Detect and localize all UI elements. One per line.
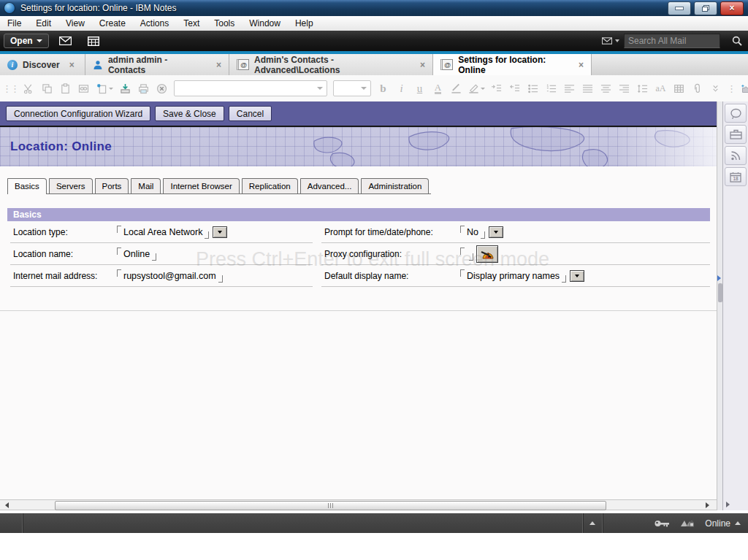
paste-icon[interactable] (56, 79, 75, 98)
doc-tab-internet-browser[interactable]: Internet Browser (163, 178, 239, 193)
doc-tab-replication[interactable]: Replication (242, 178, 298, 193)
numbered-list-icon[interactable] (542, 79, 560, 98)
text-properties-icon[interactable]: aA (652, 79, 670, 98)
sidebar-resize-handle[interactable] (726, 502, 730, 507)
outdent-icon[interactable] (505, 79, 524, 98)
feeds-button[interactable] (725, 146, 747, 165)
display-name-dropdown-button[interactable] (570, 270, 584, 282)
location-name-field[interactable]: Online (117, 248, 156, 261)
person-icon (93, 60, 103, 70)
address-book-icon: @ (237, 59, 249, 70)
toolbox-icon (730, 129, 742, 139)
font-size-select[interactable] (333, 80, 371, 96)
copy-icon[interactable] (38, 79, 56, 98)
align-center-icon[interactable] (597, 79, 615, 98)
prompt-time-date-phone-field[interactable]: No (460, 226, 503, 239)
tab-close-icon[interactable]: × (69, 60, 75, 70)
tab-discover[interactable]: i Discover × (0, 54, 85, 75)
toolbar-drag-handle[interactable]: ⋮⋮ (2, 83, 18, 94)
cancel-button[interactable]: Cancel (229, 106, 272, 121)
bold-icon[interactable]: b (374, 79, 392, 98)
align-right-icon[interactable] (615, 79, 633, 98)
tab-advanced-locations[interactable]: @ Admin's Contacts - Advanced\Locations … (229, 54, 433, 75)
text-color-icon[interactable]: A (429, 79, 447, 98)
menu-help[interactable]: Help (288, 17, 321, 30)
menu-tools[interactable]: Tools (207, 17, 242, 30)
toolbar-drag-handle[interactable]: ⋮ (727, 83, 735, 94)
location-type-dropdown-button[interactable] (213, 226, 227, 238)
font-select[interactable] (174, 80, 327, 96)
calendar-button[interactable] (83, 33, 104, 49)
tab-contacts[interactable]: admin admin - Contacts × (85, 54, 229, 75)
attachment-icon[interactable] (688, 79, 706, 98)
menu-edit[interactable]: Edit (28, 17, 58, 30)
align-left-icon[interactable] (560, 79, 579, 98)
pen-icon[interactable] (447, 79, 465, 98)
cut-icon[interactable] (20, 79, 38, 98)
svg-text:18: 18 (733, 176, 739, 181)
prompt-dropdown-button[interactable] (489, 226, 503, 238)
search-input[interactable] (624, 34, 720, 48)
menu-text[interactable]: Text (176, 17, 207, 30)
scroll-left-button[interactable] (1, 501, 12, 509)
toolbox-button[interactable] (725, 125, 747, 144)
horizontal-scrollbar-thumb[interactable] (55, 501, 606, 510)
stop-icon[interactable] (153, 79, 171, 98)
connection-configuration-wizard-button[interactable]: Connection Configuration Wizard (6, 106, 150, 121)
line-spacing-icon[interactable] (633, 79, 652, 98)
arrow-up-icon (589, 521, 595, 525)
new-document-icon[interactable] (93, 79, 116, 98)
online-status-menu[interactable]: Online (705, 518, 741, 529)
more-chevron-icon[interactable] (706, 79, 725, 98)
availability-button[interactable] (725, 104, 747, 123)
tab-close-icon[interactable]: × (579, 60, 584, 70)
menu-file[interactable]: File (0, 17, 28, 30)
plugin-icon[interactable] (736, 79, 748, 98)
calendar-day-button[interactable]: 18 (725, 167, 747, 186)
import-icon[interactable] (116, 79, 134, 98)
menu-actions[interactable]: Actions (133, 17, 176, 30)
internet-mail-address-field[interactable]: rupsystool@gmail.com (117, 269, 223, 283)
doc-tab-basics[interactable]: Basics (7, 178, 47, 194)
status-history-button[interactable] (583, 513, 603, 533)
highlighter-icon[interactable] (465, 79, 487, 98)
doc-tab-administration[interactable]: Administration (361, 178, 429, 193)
doc-tab-advanced[interactable]: Advanced... (300, 178, 359, 193)
mail-button[interactable] (55, 33, 77, 49)
minimize-button[interactable] (668, 1, 691, 15)
vertical-scrollbar[interactable] (717, 101, 722, 510)
menu-view[interactable]: View (58, 17, 92, 30)
indent-icon[interactable] (487, 79, 505, 98)
key-icon[interactable] (654, 519, 670, 528)
default-display-name-field[interactable]: Display primary names (460, 269, 584, 283)
justify-icon[interactable] (579, 79, 597, 98)
close-button[interactable]: × (720, 1, 744, 15)
search-scope-button[interactable] (602, 33, 624, 49)
search-button[interactable] (726, 33, 748, 49)
status-bar: Online (0, 513, 748, 533)
scroll-right-button[interactable] (701, 501, 713, 509)
print-icon[interactable] (134, 79, 153, 98)
menu-create[interactable]: Create (92, 17, 133, 30)
location-type-field[interactable]: Local Area Network (117, 226, 227, 239)
bullet-list-icon[interactable] (524, 79, 542, 98)
save-and-close-button[interactable]: Save & Close (155, 106, 224, 121)
location-doc-icon[interactable] (680, 518, 695, 528)
menu-window[interactable]: Window (242, 17, 288, 30)
link-icon[interactable] (75, 79, 93, 98)
restore-button[interactable] (694, 1, 717, 15)
table-icon[interactable] (670, 79, 688, 98)
italic-icon[interactable]: i (392, 79, 411, 98)
tab-close-icon[interactable]: × (216, 60, 221, 70)
doc-tab-servers[interactable]: Servers (49, 178, 93, 193)
doc-tab-mail[interactable]: Mail (131, 178, 161, 193)
status-message-area[interactable] (23, 513, 583, 533)
tab-close-icon[interactable]: × (420, 60, 425, 70)
doc-tab-ports[interactable]: Ports (95, 178, 129, 193)
sidebar-collapse-arrow-icon[interactable] (717, 275, 721, 281)
open-button[interactable]: Open (4, 34, 49, 48)
underline-icon[interactable]: u (411, 79, 429, 98)
tab-settings-location-online[interactable]: @ Settings for location: Online × (433, 54, 592, 75)
status-cell-left[interactable] (0, 513, 23, 533)
horizontal-scrollbar[interactable] (0, 499, 717, 510)
